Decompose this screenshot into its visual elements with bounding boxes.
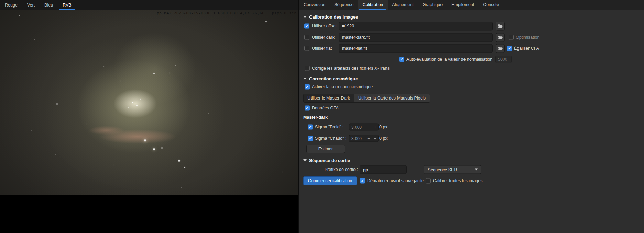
tab-graphique-label: Graphique (423, 2, 443, 7)
dark-row: Utiliser dark Optimisation (299, 33, 644, 42)
sigma-cold-increment-button[interactable] (372, 124, 378, 130)
sigma-cold-row: Sigma "Froid" : 3.000 0 px (299, 123, 644, 131)
section-cosmetic-title: Correction cosmétique (309, 76, 358, 81)
folder-open-icon (498, 35, 503, 39)
tab-alignement[interactable]: Alignement (388, 0, 418, 10)
actions-row: Commencer calibration Dématricer avant s… (299, 176, 644, 185)
sigma-hot-increment-button[interactable] (372, 135, 378, 142)
sequence-type-value: Séquence SER (428, 167, 457, 172)
estimate-button-label: Estimer (318, 147, 333, 151)
image-filename-overlay: pp_M42_2023-08-15-0336_1_G300_O30_4,0s_2… (157, 11, 296, 15)
sigma-cold-decrement-button[interactable] (365, 124, 372, 130)
sigma-cold-px: 0 px (379, 125, 388, 129)
tab-sequence[interactable]: Séquence (330, 0, 358, 10)
tab-bleu[interactable]: Bleu (40, 0, 58, 10)
section-output-title: Séquence de sortie (309, 158, 350, 163)
masterdark-title-row: Master-dark (299, 114, 644, 120)
cfa-label: Données CFA (312, 106, 339, 110)
offset-input[interactable] (339, 22, 493, 30)
estimate-button[interactable]: Estimer (306, 145, 345, 153)
mode-masterdark-label: Utiliser le Master-Dark (307, 96, 350, 101)
sigma-cold-label: Sigma "Froid" : (315, 125, 343, 129)
collapse-arrow-icon (303, 78, 307, 80)
demosaic-label: Dématricer avant sauvegarde (367, 178, 424, 183)
sigma-hot-checkbox[interactable] (308, 136, 313, 141)
sigma-hot-value[interactable]: 3.000 (349, 135, 365, 142)
tab-rouge-label: Rouge (5, 3, 18, 8)
offset-checkbox[interactable] (304, 23, 309, 28)
dark-input[interactable] (339, 33, 493, 42)
mode-badpixels-label: Utiliser la Carte des Mauvais Pixels (358, 96, 426, 101)
section-correction-cosmetique[interactable]: Correction cosmétique (303, 76, 358, 81)
processing-panel: Conversion Séquence Calibration Aligneme… (299, 0, 644, 233)
sigma-cold-value[interactable]: 3.000 (349, 124, 365, 130)
prefix-input[interactable] (360, 165, 407, 174)
calibrate-all-label: Calibrer toutes les images (433, 178, 483, 183)
tab-graphique[interactable]: Graphique (418, 0, 447, 10)
xtrans-checkbox[interactable] (305, 66, 310, 71)
dark-browse-button[interactable] (496, 33, 505, 42)
tab-calibration[interactable]: Calibration (358, 0, 388, 10)
tab-alignement-label: Alignement (392, 2, 414, 7)
mode-masterdark-button[interactable]: Utiliser le Master-Dark (303, 94, 354, 103)
image-viewport[interactable]: pp_M42_2023-08-15-0336_1_G300_O30_4,0s_2… (0, 10, 298, 195)
autoeval-label: Auto-évaluation de la valeur de normalis… (406, 57, 492, 62)
egaliser-cfa-checkbox[interactable] (507, 46, 512, 51)
masterdark-title: Master-dark (303, 115, 328, 120)
sigma-cold-checkbox[interactable] (308, 125, 313, 130)
normalisation-value-input[interactable] (495, 56, 512, 63)
flat-label: Utiliser flat (312, 46, 332, 51)
chevron-down-icon (475, 169, 478, 171)
sigma-hot-label: Sigma "Chaud" : (315, 136, 347, 141)
collapse-arrow-icon (303, 159, 307, 161)
tab-bleu-label: Bleu (44, 3, 53, 8)
enable-cosmetic-label: Activer la correction cosmétique (312, 84, 373, 89)
cfa-checkbox[interactable] (305, 106, 310, 111)
demosaic-checkbox[interactable] (360, 178, 365, 184)
flat-input[interactable] (339, 44, 493, 53)
section-sequence-sortie[interactable]: Séquence de sortie (303, 158, 350, 163)
calibrate-all-checkbox[interactable] (426, 178, 431, 184)
dark-label: Utiliser dark (312, 35, 335, 40)
tab-empilement[interactable]: Empilement (447, 0, 479, 10)
autoeval-checkbox[interactable] (399, 57, 404, 62)
offset-label: Utiliser offset (312, 24, 337, 28)
tab-rvb[interactable]: RVB (58, 0, 76, 10)
dark-checkbox[interactable] (304, 35, 309, 40)
start-calibration-label: Commencer calibration (308, 178, 352, 183)
tab-empilement-label: Empilement (451, 2, 474, 7)
mode-badpixels-button[interactable]: Utiliser la Carte des Mauvais Pixels (354, 94, 430, 103)
tab-console-label: Console (483, 2, 499, 7)
folder-open-icon (498, 46, 503, 50)
viewer-channel-tabs: Rouge Vert Bleu RVB (0, 0, 298, 10)
offset-row: Utiliser offset (299, 22, 644, 30)
xtrans-label: Corrige les artefacts des fichiers X-Tra… (312, 66, 390, 71)
prefix-label: Préfixe de sortie : (303, 167, 358, 172)
cosmetic-mode-row: Utiliser le Master-Dark Utiliser la Cart… (299, 94, 644, 103)
estimate-row: Estimer (299, 144, 644, 153)
tab-console[interactable]: Console (479, 0, 503, 10)
flat-checkbox[interactable] (304, 46, 309, 51)
sigma-hot-decrement-button[interactable] (365, 135, 372, 142)
start-calibration-button[interactable]: Commencer calibration (303, 176, 357, 185)
enable-cosmetic-row: Activer la correction cosmétique (299, 84, 644, 90)
sigma-hot-px: 0 px (379, 136, 388, 141)
autoeval-row: Auto-évaluation de la valeur de normalis… (299, 55, 644, 63)
stars-decoration (0, 10, 1, 11)
section-calibration-images[interactable]: Calibration des images (303, 14, 358, 20)
sequence-type-dropdown[interactable]: Séquence SER (424, 165, 481, 174)
flat-row: Utiliser flat Égaliser CFA (299, 44, 644, 53)
tab-rouge[interactable]: Rouge (0, 0, 22, 10)
section-calibration-title: Calibration des images (309, 14, 358, 20)
optimisation-checkbox[interactable] (509, 35, 514, 40)
enable-cosmetic-checkbox[interactable] (305, 84, 310, 90)
egaliser-cfa-label: Égaliser CFA (514, 46, 539, 51)
tab-vert[interactable]: Vert (22, 0, 40, 10)
sigma-hot-row: Sigma "Chaud" : 3.000 0 px (299, 135, 644, 142)
tab-conversion[interactable]: Conversion (299, 0, 330, 10)
optimisation-label: Optimisation (516, 35, 539, 40)
flat-browse-button[interactable] (496, 44, 505, 53)
xtrans-row: Corrige les artefacts des fichiers X-Tra… (299, 65, 644, 71)
sigma-hot-spinner: 3.000 (349, 135, 379, 142)
offset-browse-button[interactable] (496, 22, 505, 30)
